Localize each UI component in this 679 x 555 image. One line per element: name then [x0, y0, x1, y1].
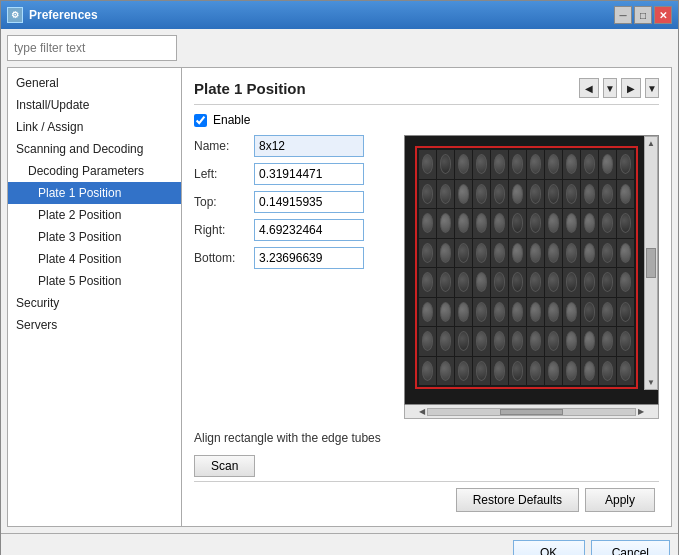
tube-cell — [473, 357, 490, 386]
minimize-button[interactable]: ─ — [614, 6, 632, 24]
nav-dropdown2-button[interactable]: ▼ — [645, 78, 659, 98]
tube-cell — [455, 239, 472, 268]
tube-cell — [419, 268, 436, 297]
plate-grid-overlay — [415, 146, 638, 389]
tube-cell — [581, 209, 598, 238]
field-row-top: Top: — [194, 191, 394, 213]
tube-cell — [527, 209, 544, 238]
sidebar-item-plate2-position[interactable]: Plate 2 Position — [8, 204, 181, 226]
h-scroll-track[interactable] — [427, 408, 636, 416]
tube-cell — [563, 327, 580, 356]
window-controls: ─ □ ✕ — [614, 6, 672, 24]
tube-cell — [563, 209, 580, 238]
tube-cell — [617, 298, 634, 327]
tube-cell — [563, 357, 580, 386]
sidebar-item-install-update[interactable]: Install/Update — [8, 94, 181, 116]
enable-checkbox[interactable] — [194, 114, 207, 127]
tube-cell — [563, 150, 580, 179]
tube-cell — [527, 298, 544, 327]
tube-cell — [509, 180, 526, 209]
tube-cell — [473, 209, 490, 238]
tube-cell — [437, 298, 454, 327]
tube-cell — [473, 268, 490, 297]
sidebar-item-plate5-position[interactable]: Plate 5 Position — [8, 270, 181, 292]
tube-cell — [491, 268, 508, 297]
bottom-input[interactable] — [254, 247, 364, 269]
name-input[interactable] — [254, 135, 364, 157]
filter-input[interactable] — [7, 35, 177, 61]
window-title: Preferences — [29, 8, 614, 22]
tube-cell — [617, 150, 634, 179]
tube-cell — [509, 239, 526, 268]
ok-button[interactable]: OK — [513, 540, 585, 555]
tube-cell — [455, 209, 472, 238]
sidebar-item-plate1-position[interactable]: Plate 1 Position — [8, 182, 181, 204]
nav-next-button[interactable]: ▶ — [621, 78, 641, 98]
tube-cell — [545, 150, 562, 179]
tube-cell — [599, 209, 616, 238]
sidebar: General Install/Update Link / Assign Sca… — [7, 67, 182, 527]
tube-cell — [527, 357, 544, 386]
right-input[interactable] — [254, 219, 364, 241]
tube-cell — [437, 180, 454, 209]
panel-title-bar: Plate 1 Position ◀ ▼ ▶ ▼ — [194, 78, 659, 105]
tube-cell — [473, 239, 490, 268]
tube-cell — [509, 357, 526, 386]
tube-cell — [581, 239, 598, 268]
sidebar-item-decoding-parameters[interactable]: Decoding Parameters — [8, 160, 181, 182]
sidebar-item-servers[interactable]: Servers — [8, 314, 181, 336]
sidebar-item-plate4-position[interactable]: Plate 4 Position — [8, 248, 181, 270]
tube-cell — [617, 357, 634, 386]
tube-cell — [437, 268, 454, 297]
image-column: ▲ ▼ ◀ ▶ — [404, 135, 659, 419]
title-bar: ⚙ Preferences ─ □ ✕ — [1, 1, 678, 29]
window-body: General Install/Update Link / Assign Sca… — [1, 29, 678, 533]
sidebar-item-security[interactable]: Security — [8, 292, 181, 314]
tube-cell — [419, 327, 436, 356]
field-row-left: Left: — [194, 163, 394, 185]
tube-cell — [419, 357, 436, 386]
apply-button[interactable]: Apply — [585, 488, 655, 512]
nav-dropdown-button[interactable]: ▼ — [603, 78, 617, 98]
right-label: Right: — [194, 223, 254, 237]
tube-cell — [545, 268, 562, 297]
tube-cell — [455, 298, 472, 327]
tube-cell — [419, 239, 436, 268]
enable-label: Enable — [213, 113, 250, 127]
tube-cell — [581, 357, 598, 386]
tube-cell — [419, 209, 436, 238]
dialog-footer: OK Cancel — [1, 533, 678, 555]
close-button[interactable]: ✕ — [654, 6, 672, 24]
tube-cell — [455, 150, 472, 179]
tube-cell — [419, 180, 436, 209]
tube-cell — [599, 327, 616, 356]
tube-cell — [617, 239, 634, 268]
tube-cell — [581, 180, 598, 209]
sidebar-item-link-assign[interactable]: Link / Assign — [8, 116, 181, 138]
tube-cell — [491, 327, 508, 356]
restore-button[interactable]: □ — [634, 6, 652, 24]
sidebar-item-scanning-decoding[interactable]: Scanning and Decoding — [8, 138, 181, 160]
tube-cell — [455, 327, 472, 356]
tube-cell — [491, 209, 508, 238]
enable-row: Enable — [194, 113, 659, 127]
tube-cell — [491, 180, 508, 209]
top-input[interactable] — [254, 191, 364, 213]
h-scroll-thumb[interactable] — [500, 409, 562, 415]
scan-button[interactable]: Scan — [194, 455, 255, 477]
nav-prev-button[interactable]: ◀ — [579, 78, 599, 98]
restore-defaults-button[interactable]: Restore Defaults — [456, 488, 579, 512]
image-scrollbar-horizontal[interactable]: ◀ ▶ — [404, 405, 659, 419]
sidebar-item-general[interactable]: General — [8, 72, 181, 94]
left-input[interactable] — [254, 163, 364, 185]
tube-cell — [509, 298, 526, 327]
tube-cell — [527, 268, 544, 297]
tube-cell — [509, 268, 526, 297]
tube-cell — [599, 268, 616, 297]
image-scrollbar-vertical[interactable]: ▲ ▼ — [644, 136, 658, 390]
tube-cell — [617, 268, 634, 297]
field-row-right: Right: — [194, 219, 394, 241]
content-panel: Plate 1 Position ◀ ▼ ▶ ▼ Enable — [182, 67, 672, 527]
sidebar-item-plate3-position[interactable]: Plate 3 Position — [8, 226, 181, 248]
cancel-button[interactable]: Cancel — [591, 540, 670, 555]
